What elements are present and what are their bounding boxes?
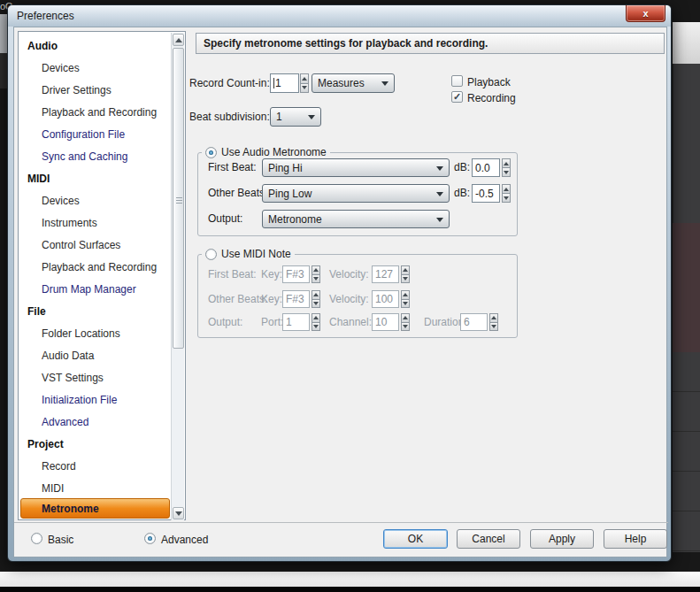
sidebar-item-metronome-selected[interactable]: Metronome [20,498,170,519]
midi-port-spinner [312,313,320,331]
sidebar-item-audio-data[interactable]: Audio Data [19,344,171,366]
midi-other-beats-label: Other Beats: [208,293,267,305]
spin-up-button[interactable] [502,184,511,194]
other-beats-db-input[interactable]: -0.5 [472,184,500,203]
sidebar-item-vst-settings[interactable]: VST Settings [19,366,171,388]
recording-checkbox[interactable]: ✓ [451,91,463,103]
playback-checkbox[interactable] [451,75,463,87]
use-midi-note-radio[interactable] [205,249,217,260]
spin-down-button [401,275,410,284]
sidebar-item-configuration-file[interactable]: Configuration File [19,123,171,145]
cancel-button[interactable]: Cancel [457,529,520,549]
spin-down-icon [313,302,319,305]
spin-up-button[interactable] [300,73,309,84]
use-audio-metronome-label: Use Audio Metronome [221,146,327,158]
first-beat-db-spinner[interactable] [502,158,511,177]
sidebar-item-midi-devices[interactable]: Devices [19,189,171,211]
midi-other-velocity-input: 100 [372,290,399,308]
scroll-down-icon [175,511,182,516]
chevron-down-icon [436,166,443,171]
midi-duration-input: 6 [460,313,488,331]
ok-button[interactable]: OK [383,529,448,549]
sidebar-item-initialization-file[interactable]: Initialization File [19,388,171,411]
sidebar-item-folder-locations[interactable]: Folder Locations [19,322,171,344]
scroll-thumb-grip-icon [176,197,182,204]
midi-first-velocity-label: Velocity: [329,268,369,281]
sidebar-item-project-midi[interactable]: MIDI [19,477,171,499]
spin-down-icon [403,277,408,281]
sidebar-item-control-surfaces[interactable]: Control Surfaces [19,234,171,256]
first-beat-sound-dropdown[interactable]: Ping Hi [262,158,450,177]
spin-down-button [312,300,320,309]
spin-up-icon [403,316,408,319]
spin-up-icon [491,316,496,319]
midi-channel-label: Channel: [329,316,372,328]
dialog-title: Preferences [17,10,74,22]
spin-up-icon [313,293,319,296]
sidebar-item-record[interactable]: Record [19,455,171,477]
chevron-down-icon [308,115,315,119]
record-count-in-input[interactable]: 1 [270,73,299,93]
midi-duration-spinner [489,313,498,331]
spin-down-button [312,323,320,332]
sidebar-item-instruments[interactable]: Instruments [19,211,171,234]
spin-down-icon [403,302,408,305]
midi-first-beat-label: First Beat: [208,268,257,281]
sidebar-scrollbar[interactable] [171,33,184,520]
spin-up-button [312,265,320,275]
audio-output-value: Metronome [268,213,322,226]
record-count-in-label: Record Count-in: [189,77,267,89]
basic-mode-radio[interactable] [31,533,42,544]
other-beats-sound-dropdown[interactable]: Ping Low [262,184,450,203]
midi-first-key-input: F#3 [282,265,310,283]
first-beat-db-input[interactable]: 0.0 [472,158,500,177]
sidebar-item-drum-map-manager[interactable]: Drum Map Manager [19,278,171,300]
spin-up-button [489,313,498,323]
apply-button[interactable]: Apply [530,529,594,549]
sidebar-category-audio: Audio [19,35,171,57]
chevron-down-icon [436,192,443,196]
sidebar-item-audio-devices[interactable]: Devices [19,57,171,79]
midi-port-label: Port: [261,316,283,328]
sidebar-category-midi: MIDI [19,167,171,189]
midi-first-key-label: Key: [261,268,282,281]
spin-down-icon [504,196,509,200]
record-count-in-spinner[interactable] [300,73,309,93]
spin-down-button[interactable] [502,168,511,177]
sidebar-item-midi-playback-recording[interactable]: Playback and Recording [19,256,171,278]
scroll-up-button[interactable] [173,34,184,46]
dialog-client-area: Audio Devices Driver Settings Playback a… [13,27,667,557]
use-audio-metronome-radio[interactable] [205,147,217,158]
midi-other-key-input: F#3 [282,290,310,308]
help-button[interactable]: Help [604,529,667,549]
sidebar-item-driver-settings[interactable]: Driver Settings [19,79,171,101]
count-in-units-dropdown[interactable]: Measures [312,73,395,93]
close-button[interactable]: x [626,5,665,22]
sidebar-category-project: Project [19,433,171,455]
spin-down-button [489,323,498,332]
background-track-area-top [673,64,700,223]
spin-down-button[interactable] [300,84,309,94]
advanced-mode-label: Advanced [161,534,208,546]
basic-mode-label: Basic [48,534,73,546]
scroll-down-button[interactable] [173,507,184,519]
other-beats-db-spinner[interactable] [502,184,511,203]
midi-port-input: 1 [282,313,310,331]
sidebar-item-audio-playback-recording[interactable]: Playback and Recording [19,101,171,123]
spin-up-icon [403,293,408,296]
chevron-down-icon [381,81,388,86]
advanced-mode-radio[interactable] [144,533,156,544]
audio-output-dropdown[interactable]: Metronome [262,210,450,228]
scroll-thumb[interactable] [173,48,184,349]
midi-output-label: Output: [208,316,242,328]
dialog-titlebar: Preferences [8,5,671,27]
spin-up-button[interactable] [502,158,511,168]
sidebar-item-advanced[interactable]: Advanced [19,411,171,433]
sidebar-item-sync-and-caching[interactable]: Sync and Caching [19,145,171,167]
first-beat-db-value: 0.0 [475,162,490,174]
beat-subdivision-value: 1 [276,111,282,123]
beat-subdivision-dropdown[interactable]: 1 [270,107,321,127]
midi-first-key-value: F#3 [286,268,304,281]
spin-down-button[interactable] [502,194,511,203]
spin-down-icon [403,325,408,328]
